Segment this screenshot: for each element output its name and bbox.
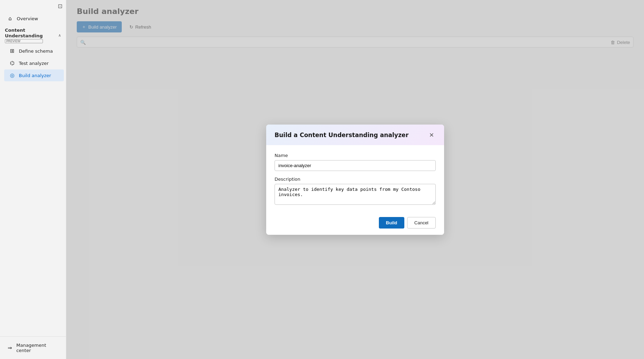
dialog-body: Name Description Analyzer to identify ke… (266, 145, 444, 212)
main-content: Build analyzer ＋ Build analyzer ↻ Refres… (66, 0, 644, 359)
modal-overlay: Build a Content Understanding analyzer ✕… (66, 0, 644, 359)
description-label: Description (275, 177, 436, 182)
close-icon: ✕ (429, 132, 434, 139)
test-icon: ⌬ (9, 60, 15, 66)
define-schema-label: Define schema (19, 48, 53, 54)
sidebar-item-build-analyzer[interactable]: ◎ Build analyzer (4, 69, 64, 81)
build-button[interactable]: Build (379, 217, 404, 229)
build-analyzer-dialog: Build a Content Understanding analyzer ✕… (266, 125, 444, 235)
sidebar-section-content-understanding: ContentUnderstanding PREVIEW ∧ (0, 25, 66, 45)
test-analyzer-label: Test analyzer (19, 61, 48, 66)
sidebar-item-management[interactable]: ⇒ Management center (2, 340, 64, 356)
dialog-footer: Build Cancel (266, 212, 444, 235)
dialog-close-button[interactable]: ✕ (427, 132, 436, 139)
management-icon: ⇒ (7, 345, 13, 351)
sidebar-top: ⊡ (0, 0, 66, 12)
schema-icon: ⊞ (9, 48, 15, 54)
chevron-icon: ∧ (58, 33, 61, 38)
sidebar-item-test-analyzer[interactable]: ⌬ Test analyzer (4, 57, 64, 69)
home-icon: ⌂ (7, 15, 13, 22)
description-input[interactable]: Analyzer to identify key data points fro… (275, 184, 436, 205)
sidebar-toggle-icon[interactable]: ⊡ (58, 3, 62, 9)
cancel-button[interactable]: Cancel (407, 217, 436, 229)
sidebar: ⊡ ⌂ Overview ContentUnderstanding PREVIE… (0, 0, 66, 359)
sidebar-item-define-schema[interactable]: ⊞ Define schema (4, 45, 64, 57)
dialog-title: Build a Content Understanding analyzer (275, 132, 409, 139)
management-label: Management center (16, 343, 59, 353)
sidebar-bottom: ⇒ Management center (0, 336, 66, 359)
name-label: Name (275, 153, 436, 158)
overview-label: Overview (17, 16, 38, 21)
dialog-header: Build a Content Understanding analyzer ✕ (266, 125, 444, 145)
build-icon: ◎ (9, 72, 15, 78)
name-input[interactable] (275, 160, 436, 171)
build-analyzer-label: Build analyzer (19, 73, 51, 78)
section-label: ContentUnderstanding (5, 28, 43, 38)
preview-badge: PREVIEW (5, 39, 43, 43)
sidebar-item-overview[interactable]: ⌂ Overview (2, 13, 64, 24)
sidebar-section-content: ⊞ Define schema ⌬ Test analyzer ◎ Build … (0, 45, 66, 82)
